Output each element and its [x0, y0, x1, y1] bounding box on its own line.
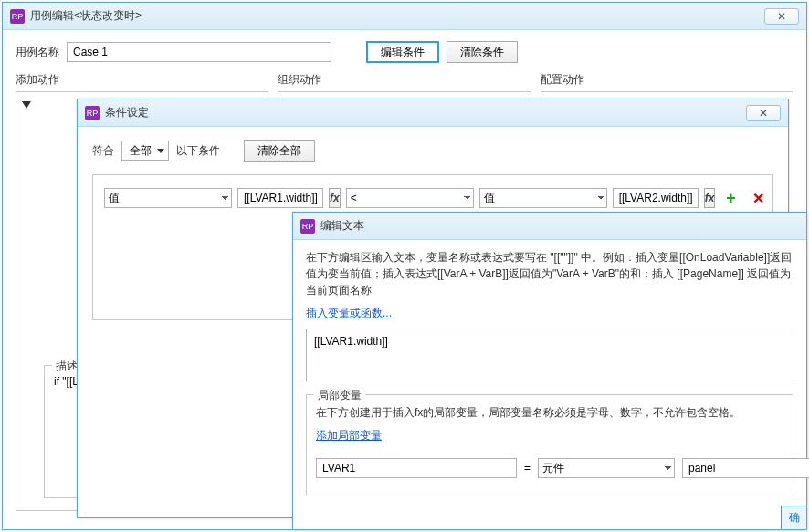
delete-condition-button[interactable]: ✕ — [747, 190, 770, 207]
right-type-select[interactable]: 值 — [479, 188, 607, 208]
local-var-row: = 元件 — [316, 458, 783, 478]
operator-select[interactable]: < — [346, 188, 474, 208]
configure-action-header: 配置动作 — [541, 72, 793, 88]
case-editor-titlebar[interactable]: RP 用例编辑<状态改变时> ✕ — [3, 3, 806, 30]
add-local-var-link[interactable]: 添加局部变量 — [316, 428, 382, 443]
close-icon: ✕ — [777, 10, 786, 23]
rp-logo-icon: RP — [300, 219, 315, 234]
case-name-label: 用例名称 — [16, 45, 59, 60]
rp-logo-icon: RP — [85, 106, 100, 120]
local-var-legend: 局部变量 — [314, 388, 365, 403]
chevron-down-icon — [157, 149, 164, 153]
add-condition-button[interactable]: + — [720, 189, 741, 208]
rp-logo-icon: RP — [10, 9, 25, 24]
local-var-target-input[interactable] — [682, 458, 809, 478]
expression-editor[interactable]: [[LVAR1.width]] — [306, 329, 793, 381]
condition-builder-close-button[interactable]: ✕ — [746, 105, 781, 121]
edit-text-window: RP 编辑文本 在下方编辑区输入文本，变量名称或表达式要写在 "[[""]]" … — [292, 212, 807, 530]
edit-text-title: 编辑文本 — [320, 218, 364, 234]
expression-text: [[LVAR1.width]] — [314, 335, 388, 348]
fx-icon: fx — [330, 192, 340, 204]
edit-text-titlebar[interactable]: RP 编辑文本 — [293, 213, 806, 240]
organize-action-header: 组织动作 — [278, 72, 531, 88]
close-icon: ✕ — [759, 107, 768, 120]
match-prefix-label: 符合 — [92, 143, 114, 159]
right-value-text: [[LVAR2.width]] — [619, 192, 693, 204]
left-value-box[interactable]: [[LVAR1.width]] — [237, 188, 323, 208]
condition-builder-title: 条件设定 — [105, 105, 149, 120]
left-value-text: [[LVAR1.width]] — [244, 192, 318, 204]
right-fx-button[interactable]: fx — [704, 188, 716, 208]
case-editor-title: 用例编辑<状态改变时> — [30, 8, 142, 24]
left-fx-button[interactable]: fx — [329, 188, 341, 208]
clear-condition-button[interactable]: 清除条件 — [447, 41, 518, 63]
equals-label: = — [524, 462, 531, 475]
condition-builder-titlebar[interactable]: RP 条件设定 ✕ — [78, 99, 788, 127]
clear-all-button[interactable]: 清除全部 — [244, 140, 315, 162]
collapse-icon[interactable] — [22, 101, 31, 109]
edit-text-help: 在下方编辑区输入文本，变量名称或表达式要写在 "[[""]]" 中。例如：插入变… — [306, 249, 793, 298]
ok-button[interactable]: 确 — [781, 506, 806, 529]
local-var-group: 局部变量 在下方创建用于插入fx的局部变量，局部变量名称必须是字母、数字，不允许… — [306, 394, 793, 495]
case-name-input[interactable] — [67, 42, 331, 62]
edit-condition-button[interactable]: 编辑条件 — [366, 41, 439, 63]
insert-var-link[interactable]: 插入变量或函数... — [306, 306, 392, 321]
condition-row: 值 [[LVAR1.width]] fx < 值 [[LVAR2.width]]… — [104, 188, 762, 208]
right-value-box[interactable]: [[LVAR2.width]] — [613, 188, 699, 208]
fx-icon: fx — [705, 192, 715, 204]
match-mode-value: 全部 — [130, 143, 152, 159]
add-action-header: 添加动作 — [16, 72, 268, 88]
match-mode-select[interactable]: 全部 — [121, 141, 169, 161]
local-var-name-input[interactable] — [316, 458, 517, 478]
local-var-type-select[interactable]: 元件 — [538, 458, 675, 478]
left-type-select[interactable]: 值 — [104, 188, 232, 208]
local-var-help: 在下方创建用于插入fx的局部变量，局部变量名称必须是字母、数字，不允许包含空格。 — [316, 404, 783, 421]
case-editor-close-button[interactable]: ✕ — [764, 8, 799, 25]
match-suffix-label: 以下条件 — [176, 143, 220, 159]
